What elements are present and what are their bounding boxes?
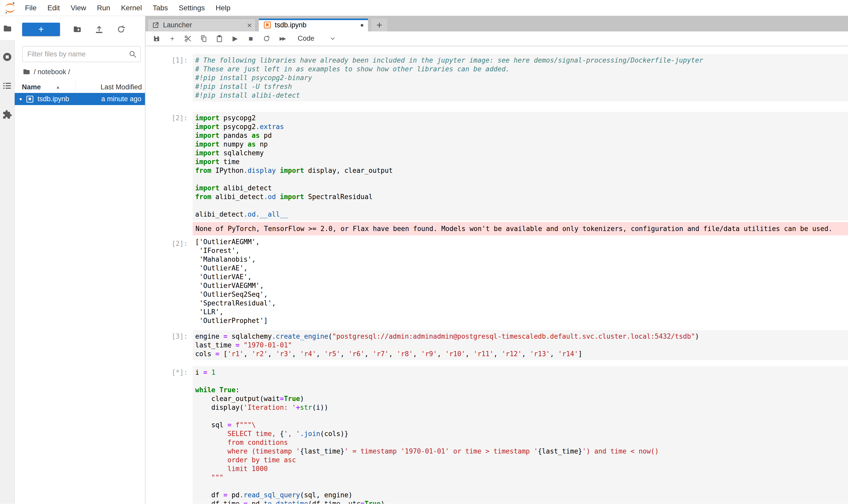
refresh-icon[interactable]	[116, 25, 126, 34]
tab-tsdb-notebook[interactable]: tsdb.ipynb ●	[259, 19, 368, 32]
menu-run[interactable]: Run	[92, 4, 115, 12]
menu-items: File Edit View Run Kernel Tabs Settings …	[20, 4, 236, 12]
file-filter	[22, 46, 141, 62]
tab-bar: Launcher × tsdb.ipynb ● +	[145, 16, 848, 32]
tab-label: Launcher	[163, 21, 192, 29]
launcher-icon	[152, 21, 159, 29]
home-folder-icon[interactable]	[22, 68, 31, 76]
file-row-tsdb[interactable]: • tsdb.ipynb a minute ago	[15, 93, 145, 105]
input-prompt: [2]:	[145, 112, 193, 220]
name-column-header[interactable]: Name ▲	[15, 82, 75, 93]
output-prompt: [2]:	[145, 237, 193, 325]
menu-settings[interactable]: Settings	[173, 4, 210, 12]
breadcrumb-path: / notebook /	[34, 68, 70, 76]
sort-ascending-icon: ▲	[56, 85, 60, 90]
upload-icon[interactable]	[94, 25, 104, 34]
code-cell-4[interactable]: [*]: i = 1 while True: clear_output(wait…	[145, 366, 848, 504]
cell-type-value: Code	[298, 35, 314, 42]
cell-editor[interactable]: i = 1 while True: clear_output(wait=True…	[193, 366, 848, 504]
cell-editor[interactable]: engine = sqlalchemy.create_engine("postg…	[193, 330, 848, 360]
main-area: Launcher × tsdb.ipynb ● +	[145, 16, 848, 504]
tab-launcher[interactable]: Launcher ×	[147, 19, 256, 32]
menu-kernel[interactable]: Kernel	[115, 4, 147, 12]
jupyter-logo-icon	[4, 2, 16, 14]
left-sidebar	[0, 16, 15, 504]
add-cell-button[interactable]: +	[168, 34, 177, 43]
breadcrumb[interactable]: / notebook /	[22, 68, 145, 76]
modified-column-header[interactable]: Last Modified	[75, 83, 145, 91]
tab-label: tsdb.ipynb	[275, 21, 306, 29]
unsaved-changes-dot: ●	[360, 21, 364, 29]
file-list-header: Name ▲ Last Modified	[15, 82, 145, 93]
menu-file[interactable]: File	[20, 4, 42, 12]
input-prompt: [*]:	[145, 366, 193, 504]
code-cell-1[interactable]: [1]: # The following libraries have alre…	[145, 54, 848, 102]
close-tab-icon[interactable]: ×	[247, 21, 252, 29]
menu-help[interactable]: Help	[210, 4, 236, 12]
notebook-icon	[264, 21, 271, 29]
cell-type-dropdown[interactable]: Code	[298, 35, 336, 42]
file-name: tsdb.ipynb	[38, 95, 69, 103]
paste-cells-button[interactable]	[215, 34, 224, 43]
menu-view[interactable]: View	[65, 4, 91, 12]
menu-edit[interactable]: Edit	[42, 4, 65, 12]
code-cell-3[interactable]: [3]: engine = sqlalchemy.create_engine("…	[145, 330, 848, 360]
file-browser-panel: +	[15, 16, 145, 504]
stderr-output: None of PyTorch, TensorFlow >= 2.0, or F…	[193, 222, 848, 235]
extension-manager-icon[interactable]	[2, 110, 12, 120]
input-prompt: [3]:	[145, 330, 193, 360]
run-cell-button[interactable]: ▶	[231, 34, 239, 43]
restart-kernel-button[interactable]	[262, 34, 271, 43]
table-of-contents-icon[interactable]	[2, 81, 12, 91]
search-icon	[128, 50, 137, 58]
cell-editor[interactable]: import psycopg2import psycopg2.extrasimp…	[193, 112, 848, 220]
file-browser-icon[interactable]	[3, 24, 12, 34]
file-filter-input[interactable]	[22, 46, 141, 62]
save-button[interactable]	[152, 34, 161, 43]
cell-editor[interactable]: # The following libraries have already b…	[193, 54, 848, 102]
cut-cells-button[interactable]	[184, 34, 192, 43]
running-kernels-icon[interactable]	[2, 52, 12, 62]
notebook-file-icon	[26, 95, 34, 103]
jupyterlab-app: File Edit View Run Kernel Tabs Settings …	[0, 0, 848, 504]
restart-run-all-button[interactable]: ▶▶	[278, 34, 287, 43]
input-prompt: [1]:	[145, 54, 193, 102]
cell-2-output: [2]: ['OutlierAEGMM', 'IForest', 'Mahala…	[145, 237, 848, 325]
copy-cells-button[interactable]	[199, 34, 208, 43]
notebook-content[interactable]: [1]: # The following libraries have alre…	[145, 46, 848, 504]
file-modified: a minute ago	[69, 95, 145, 103]
new-launcher-button[interactable]: +	[22, 23, 60, 36]
execute-result: ['OutlierAEGMM', 'IForest', 'Mahalanobis…	[193, 237, 848, 325]
code-cell-2[interactable]: [2]: import psycopg2import psycopg2.extr…	[145, 112, 848, 220]
new-tab-button[interactable]: +	[371, 19, 387, 32]
menu-tabs[interactable]: Tabs	[147, 4, 173, 12]
new-folder-icon[interactable]	[73, 25, 82, 34]
notebook-toolbar: +	[145, 32, 848, 46]
file-browser-toolbar: +	[15, 16, 145, 38]
interrupt-kernel-button[interactable]: ■	[247, 34, 255, 43]
menu-bar: File Edit View Run Kernel Tabs Settings …	[0, 0, 848, 16]
chevron-down-icon	[329, 35, 336, 42]
